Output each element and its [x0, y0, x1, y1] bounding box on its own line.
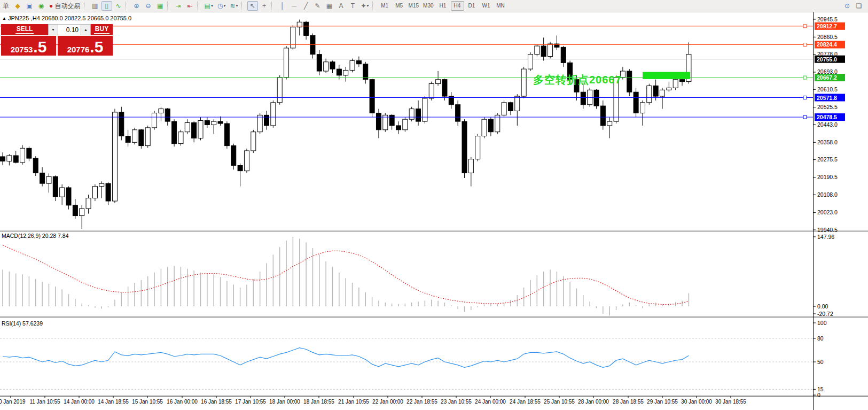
timeframe-mn[interactable]: MN	[494, 1, 507, 11]
signal-icon[interactable]: ◉	[36, 1, 46, 11]
candle	[528, 52, 533, 71]
candle-body	[475, 136, 480, 159]
cursor-tool-icon[interactable]: ↖	[247, 1, 258, 11]
timeframe-d1[interactable]: D1	[465, 1, 479, 11]
trendline-tool-icon[interactable]: ╱	[301, 1, 311, 11]
shapes-tool-button[interactable]: ✦▾	[359, 1, 371, 11]
candle-body	[389, 115, 394, 126]
candle	[251, 130, 256, 153]
candle-body	[482, 119, 487, 136]
candle	[475, 134, 480, 161]
time-axis-label: 30 Jan 18:55	[715, 399, 746, 405]
timeframe-w1[interactable]: W1	[480, 1, 493, 11]
auto-scroll-icon[interactable]: ⇥	[173, 1, 184, 11]
new-chart-button[interactable]: ▤▾	[203, 1, 215, 11]
candle-body	[667, 88, 671, 90]
sell-button[interactable]: SELL	[1, 24, 48, 35]
candle-body	[350, 60, 355, 70]
search-icon[interactable]: ⊙	[842, 1, 853, 11]
volume-decrease-button[interactable]: ▼	[48, 24, 58, 35]
tile-windows-icon[interactable]: ▦	[155, 1, 166, 11]
timeframe-m5[interactable]: M5	[393, 1, 406, 11]
candle	[277, 75, 282, 105]
candle	[291, 25, 295, 50]
candle-body	[271, 103, 276, 126]
buy-price[interactable]: 20776.5	[58, 36, 113, 56]
equidistant-channel-tool-icon[interactable]: ✎	[312, 1, 323, 11]
price-badge-label: 20912.7	[817, 23, 837, 29]
candlestick-chart-icon[interactable]: ▯	[101, 1, 112, 11]
line-chart-icon[interactable]: ∿	[113, 1, 124, 11]
candle-body	[224, 123, 229, 146]
templates-button[interactable]: ≋▾	[228, 1, 239, 11]
text-label-tool-icon[interactable]: T	[348, 1, 358, 11]
line-handle[interactable]	[803, 115, 807, 119]
line-handle[interactable]	[803, 76, 807, 79]
chat-icon[interactable]: ❏	[854, 1, 864, 11]
candle-body	[600, 106, 605, 126]
horizontal-line-tool-icon[interactable]: ─	[289, 1, 300, 11]
price-badge-label: 20667.2	[817, 74, 837, 81]
candle	[594, 89, 599, 109]
line-handle[interactable]	[803, 25, 807, 28]
time-axis-label: 28 Jan 00:00	[578, 399, 609, 405]
candle	[20, 145, 25, 164]
macd-tick-label: 147.96	[817, 234, 834, 240]
candle-body	[284, 48, 289, 78]
timeframe-m15[interactable]: M15	[407, 1, 420, 11]
vertical-line-tool-icon[interactable]: │	[277, 1, 288, 11]
periods-button[interactable]: ◷▾	[216, 1, 228, 11]
text-tool-icon[interactable]: A	[336, 1, 347, 11]
candle-body	[429, 84, 434, 98]
collapse-icon[interactable]: ▲	[2, 16, 6, 21]
buy-button[interactable]: BUY	[91, 24, 113, 35]
volume-increase-button[interactable]: ▲	[81, 24, 91, 35]
timeframe-group: M1M5M15M30H1H4D1W1MN	[378, 1, 508, 11]
macd-tick-label: 0.00	[817, 303, 828, 310]
bar-chart-icon[interactable]: ▥	[90, 1, 100, 11]
volume-input[interactable]: 0.10	[58, 24, 81, 35]
candle-body	[20, 148, 25, 163]
chart-annotation[interactable]: 多空转折点20667	[533, 73, 622, 87]
candle-body	[205, 121, 209, 125]
zoom-out-icon[interactable]: ⊖	[143, 1, 154, 11]
candle-body	[165, 109, 170, 122]
candle-body	[343, 70, 348, 75]
candle-body	[244, 151, 249, 171]
timeframe-h4[interactable]: H4	[451, 1, 464, 11]
candle	[139, 129, 144, 149]
sell-price[interactable]: 20753.5	[1, 36, 56, 56]
toolbar-separator	[372, 2, 377, 10]
fibonacci-tool-icon[interactable]: ▦	[324, 1, 335, 11]
chart-shift-icon[interactable]: ⇤	[185, 1, 196, 11]
timeframe-m30[interactable]: M30	[421, 1, 435, 11]
candle-body	[416, 109, 421, 122]
candle	[502, 100, 506, 117]
price-tick-label: 20610.5	[817, 86, 838, 92]
new-order-partial-button[interactable]: 单	[1, 1, 11, 11]
stamp-icon[interactable]: ◆	[12, 1, 23, 11]
rsi-indicator-label: RSI(14) 57.6239	[2, 320, 43, 327]
zoom-in-icon[interactable]: ⊕	[131, 1, 142, 11]
candle-body	[238, 165, 243, 171]
timeframe-m1[interactable]: M1	[378, 1, 392, 11]
chevron-down-icon: ▾	[211, 1, 213, 11]
candle-body	[106, 183, 111, 201]
chart-canvas[interactable]: 20945.520860.520778.020693.020610.520525…	[0, 0, 868, 410]
highlight-rectangle-object[interactable]	[643, 72, 690, 79]
candle-body	[73, 205, 77, 216]
terminal-icon[interactable]: ▣	[24, 1, 35, 11]
candle-body	[112, 112, 117, 201]
candle	[152, 111, 157, 130]
candle-body	[40, 173, 45, 184]
candle-body	[27, 148, 32, 158]
crosshair-tool-icon[interactable]: +	[259, 1, 270, 11]
line-handle[interactable]	[803, 96, 807, 99]
timeframe-h1[interactable]: H1	[436, 1, 450, 11]
autotrading-button[interactable]: ● 自动交易	[48, 1, 82, 11]
candle-body	[99, 183, 104, 186]
time-axis-label: 24 Jan 00:00	[475, 399, 506, 405]
toolbar-separator	[84, 2, 88, 10]
candle-body	[1, 157, 5, 161]
line-handle[interactable]	[803, 43, 807, 46]
